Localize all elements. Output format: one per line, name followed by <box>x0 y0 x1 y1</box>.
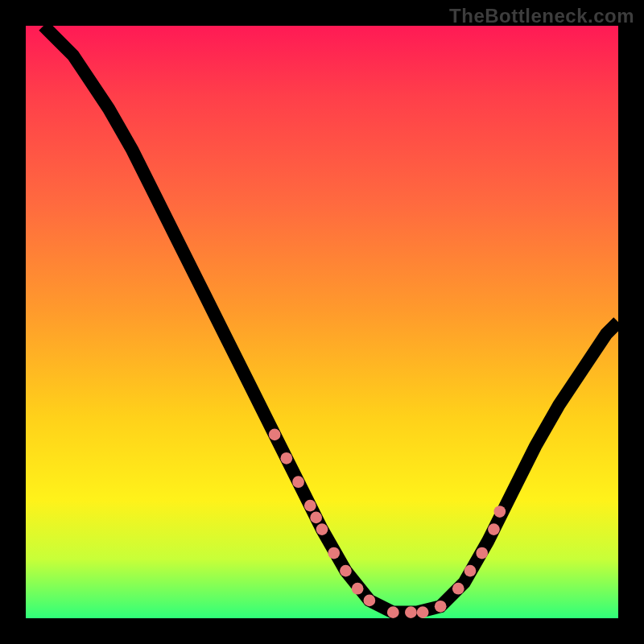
highlight-dot <box>387 606 399 618</box>
highlight-dot <box>417 606 429 618</box>
highlight-dot <box>435 601 447 613</box>
highlight-points <box>269 428 506 618</box>
highlight-dot <box>340 565 352 577</box>
chart-frame: TheBottleneck.com <box>0 0 644 644</box>
highlight-dot <box>292 476 304 488</box>
highlight-dot <box>328 547 340 559</box>
plot-area <box>26 26 618 618</box>
highlight-dot <box>316 523 328 535</box>
bottleneck-curve <box>43 26 618 613</box>
curve-layer <box>26 26 618 618</box>
highlight-dot <box>280 452 292 464</box>
highlight-dot <box>464 565 477 577</box>
highlight-dot <box>310 512 322 524</box>
highlight-dot <box>493 506 506 518</box>
highlight-dot <box>452 583 464 595</box>
highlight-dot <box>269 428 281 440</box>
highlight-dot <box>364 595 376 607</box>
highlight-dot <box>488 523 500 535</box>
highlight-dot <box>352 583 364 595</box>
highlight-dot <box>304 500 316 512</box>
watermark-text: TheBottleneck.com <box>449 5 634 27</box>
highlight-dot <box>405 606 417 618</box>
highlight-dot <box>476 547 488 559</box>
